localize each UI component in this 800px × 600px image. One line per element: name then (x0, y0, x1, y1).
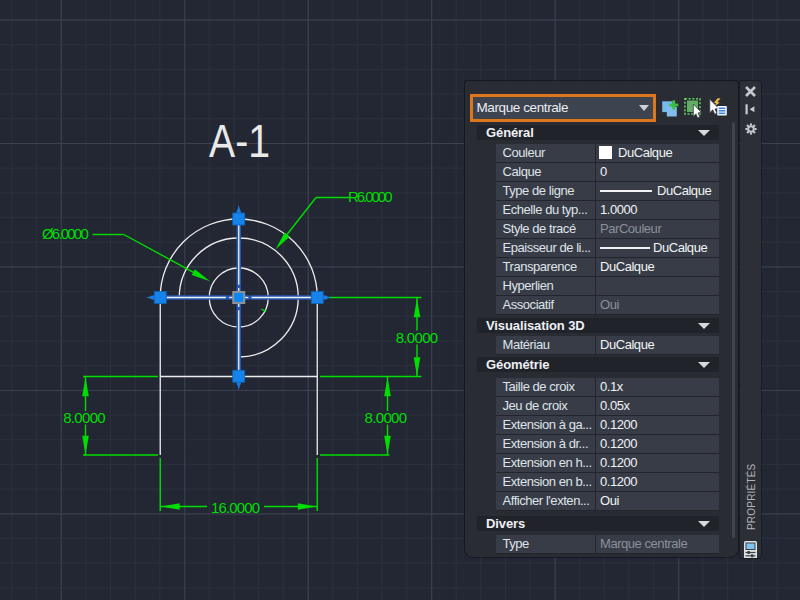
svg-text:8.0000: 8.0000 (365, 409, 408, 426)
svg-text:16.0000: 16.0000 (211, 499, 260, 516)
svg-text:A-1: A-1 (209, 115, 270, 167)
svg-text:Ø6.0000: Ø6.0000 (42, 225, 89, 242)
svg-text:R6.0000: R6.0000 (348, 188, 393, 205)
svg-text:8.0000: 8.0000 (396, 329, 439, 346)
svg-text:8.0000: 8.0000 (63, 409, 105, 426)
